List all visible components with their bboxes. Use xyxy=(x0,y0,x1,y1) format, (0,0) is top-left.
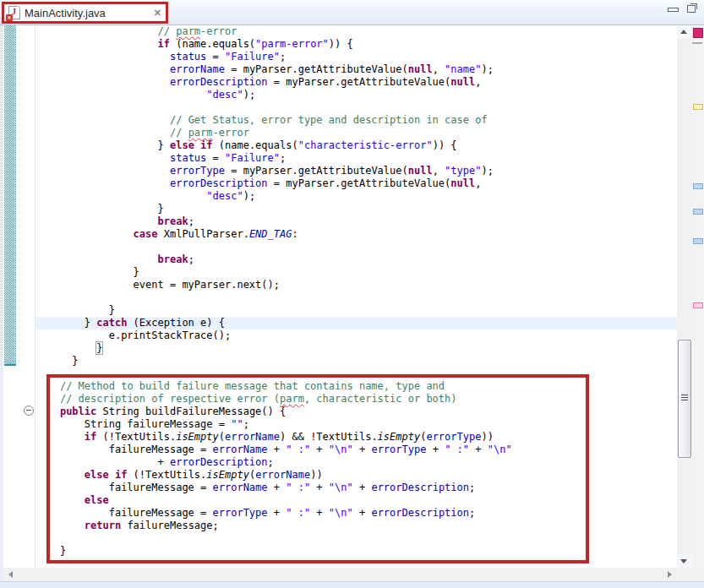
code-line[interactable]: // parm-error xyxy=(35,25,677,38)
code-line[interactable] xyxy=(35,241,677,253)
overview-separator xyxy=(692,42,702,44)
code-line[interactable]: errorType = myParser.getAttributeValue(n… xyxy=(35,165,677,177)
code-line[interactable]: break; xyxy=(35,215,677,228)
code-line[interactable]: if (!TextUtils.isEmpty(errorName) && !Te… xyxy=(35,431,677,444)
vertical-scroll-thumb[interactable] xyxy=(678,340,691,458)
code-editor-area[interactable]: // parm-error if (name.equals("parm-erro… xyxy=(3,25,677,568)
minimize-icon[interactable] xyxy=(668,8,679,12)
code-line[interactable]: event = myParser.next(); xyxy=(35,279,677,291)
code-line[interactable]: failureMessage = errorType + " :" + "\n"… xyxy=(35,507,677,520)
code-line[interactable]: if (name.equals("parm-error")) { xyxy=(35,38,677,51)
view-window-controls xyxy=(668,5,696,13)
code-line[interactable] xyxy=(35,368,677,380)
restore-icon[interactable] xyxy=(687,5,696,13)
arrow-up-icon xyxy=(680,30,687,34)
code-line[interactable]: status = "Failure"; xyxy=(35,152,677,165)
arrow-down-icon xyxy=(680,559,687,564)
code-line[interactable]: errorName = myParser.getAttributeValue(n… xyxy=(35,63,677,76)
code-line[interactable]: e.printStackTrace(); xyxy=(35,329,677,342)
code-line[interactable]: } xyxy=(35,342,677,355)
tab-title: MainActivity.java xyxy=(25,7,106,19)
code-line[interactable]: "desc"); xyxy=(35,190,677,203)
editor-tab-bar: J ✕ MainActivity.java ✕ xyxy=(0,0,704,25)
code-line[interactable]: // parm-error xyxy=(35,127,677,139)
code-line[interactable]: public String buildFailureMessage() { xyxy=(35,406,677,418)
window-bottom-edge xyxy=(0,581,704,588)
overview-status-square[interactable] xyxy=(693,28,703,38)
code-line[interactable]: // Get Status, error type and descriptio… xyxy=(35,114,677,127)
scrollbar-corner xyxy=(677,568,704,581)
java-file-icon: J ✕ xyxy=(8,6,20,19)
code-line[interactable]: errorDescription = myParser.getAttribute… xyxy=(35,76,677,89)
code-line[interactable]: return failureMessage; xyxy=(35,520,677,532)
overview-marker-blue[interactable] xyxy=(693,238,703,244)
overview-marker-blue[interactable] xyxy=(693,209,703,215)
code-line[interactable]: } xyxy=(35,203,677,215)
code-line[interactable]: } xyxy=(35,355,677,368)
overview-marker-blue[interactable] xyxy=(693,183,703,189)
tab-mainactivity-java[interactable]: J ✕ MainActivity.java ✕ xyxy=(2,2,168,24)
code-line[interactable]: // description of respective error (parm… xyxy=(35,393,677,406)
overview-marker-pink[interactable] xyxy=(693,302,703,308)
code-line[interactable]: case XmlPullParser.END_TAG: xyxy=(35,228,677,241)
error-overlay-badge: ✕ xyxy=(6,14,13,21)
scroll-left-button[interactable] xyxy=(8,571,13,578)
code-line[interactable]: failureMessage = errorName + " :" + "\n"… xyxy=(35,444,677,456)
page-fold-corner xyxy=(17,6,20,9)
scroll-down-button[interactable] xyxy=(677,554,691,568)
code-line[interactable]: else if (!TextUtils.isEmpty(errorName)) xyxy=(35,469,677,482)
overview-ruler xyxy=(691,25,704,568)
code-line[interactable]: "desc"); xyxy=(35,89,677,101)
eclipse-editor-window: J ✕ MainActivity.java ✕ // parm-error if… xyxy=(0,0,704,588)
scroll-right-button[interactable] xyxy=(668,571,672,578)
overview-marker-yellow[interactable] xyxy=(693,104,703,110)
code-line[interactable]: String failureMessage = ""; xyxy=(35,418,677,431)
code-line[interactable]: errorDescription = myParser.getAttribute… xyxy=(35,177,677,190)
code-line[interactable]: else xyxy=(35,494,677,507)
scroll-up-button[interactable] xyxy=(677,25,691,39)
horizontal-scrollbar[interactable] xyxy=(3,568,677,581)
code-text[interactable]: // parm-error if (name.equals("parm-erro… xyxy=(35,25,677,568)
fold-collapse-icon[interactable] xyxy=(24,406,34,416)
code-line[interactable] xyxy=(35,101,677,114)
code-line[interactable]: break; xyxy=(35,253,677,266)
code-line[interactable]: failureMessage = errorName + " :" + "\n"… xyxy=(35,482,677,494)
code-line[interactable]: } xyxy=(35,304,677,317)
code-line[interactable]: // Method to build failure message that … xyxy=(35,380,677,393)
tab-close-icon[interactable]: ✕ xyxy=(154,8,161,19)
code-line[interactable] xyxy=(35,532,677,545)
code-line[interactable]: } catch (Exception e) { xyxy=(35,317,677,329)
code-line[interactable]: } else if (name.equals("characteristic-e… xyxy=(35,139,677,152)
code-line[interactable] xyxy=(35,291,677,304)
range-indicator-bar xyxy=(4,25,16,366)
code-line[interactable]: + errorDescription; xyxy=(35,456,677,469)
vertical-scrollbar[interactable] xyxy=(677,25,691,568)
code-line[interactable]: status = "Failure"; xyxy=(35,51,677,63)
code-line[interactable]: } xyxy=(35,266,677,279)
code-line[interactable]: } xyxy=(35,545,677,558)
